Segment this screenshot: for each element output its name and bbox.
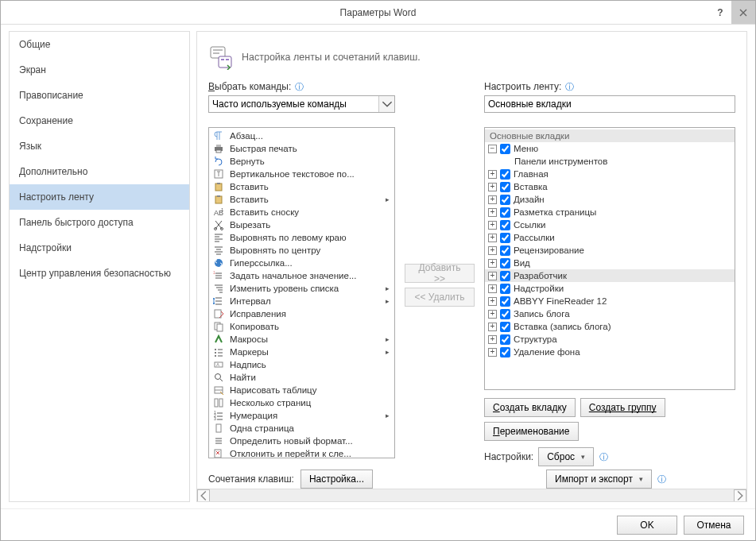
ribbon-tree-node[interactable]: +Надстройки [485, 282, 735, 295]
ribbon-tree-node[interactable]: +Ссылки [485, 218, 735, 231]
ribbon-tab-checkbox[interactable] [500, 220, 510, 230]
sidebar-item-quick-access[interactable]: Панель быстрого доступа [10, 210, 189, 235]
command-item[interactable]: Отклонить и перейти к сле... [209, 447, 394, 458]
hotkeys-customize-button[interactable]: Настройка... [300, 470, 373, 489]
command-item[interactable]: Вырезать [209, 218, 394, 231]
ribbon-tree-node[interactable]: +Панели инструментов [485, 155, 735, 168]
command-item[interactable]: Определить новый формат... [209, 435, 394, 447]
sidebar-item-language[interactable]: Язык [10, 133, 189, 159]
sidebar-item-save[interactable]: Сохранение [10, 108, 189, 133]
ribbon-tree-node[interactable]: +ABBYY FineReader 12 [485, 295, 735, 307]
command-item[interactable]: Интервал▸ [209, 295, 394, 307]
close-button[interactable] [731, 1, 755, 24]
expand-icon[interactable]: + [488, 272, 497, 280]
expand-icon[interactable]: + [488, 246, 497, 255]
ribbon-tree-node[interactable]: +Удаление фона [485, 346, 735, 358]
ribbon-tab-checkbox[interactable] [500, 207, 510, 218]
ribbon-tab-checkbox[interactable] [500, 309, 510, 319]
command-item[interactable]: Вернуть [209, 155, 394, 168]
expand-icon[interactable]: + [488, 259, 497, 268]
command-item[interactable]: Одна страница [209, 422, 394, 435]
info-icon[interactable] [599, 452, 609, 462]
command-item[interactable]: Вертикальное текстовое по... [209, 168, 394, 180]
expand-icon[interactable]: + [488, 323, 497, 331]
ribbon-tree-node[interactable]: +Вставка (запись блога) [485, 320, 735, 333]
command-item[interactable]: Вставить [209, 180, 394, 193]
ribbon-tree-node[interactable]: +Дизайн [485, 193, 735, 206]
command-item[interactable]: Изменить уровень списка▸ [209, 282, 394, 295]
command-item[interactable]: Гиперссылка... [209, 257, 394, 269]
command-item[interactable]: Нарисовать таблицу [209, 384, 394, 396]
ribbon-tree-node[interactable]: +Вид [485, 257, 735, 269]
expand-icon[interactable]: + [488, 221, 497, 230]
ribbon-tab-checkbox[interactable] [500, 322, 510, 332]
new-tab-button[interactable]: Создать вкладку [484, 398, 576, 417]
expand-icon[interactable]: + [488, 170, 497, 179]
ribbon-tab-checkbox[interactable] [500, 334, 510, 345]
ribbon-tab-checkbox[interactable] [500, 169, 510, 180]
command-item[interactable]: AB1Вставить сноску [209, 206, 394, 218]
expand-icon[interactable]: + [488, 195, 497, 204]
ribbon-tab-checkbox[interactable] [500, 144, 510, 154]
sidebar-item-proofing[interactable]: Правописание [10, 83, 189, 108]
ribbon-tab-checkbox[interactable] [500, 284, 510, 294]
sidebar-item-trust-center[interactable]: Центр управления безопасностью [10, 261, 189, 286]
cancel-button[interactable]: Отмена [684, 516, 744, 535]
ribbon-tab-checkbox[interactable] [500, 258, 510, 269]
command-item[interactable]: Вставить▸ [209, 193, 394, 206]
command-item[interactable]: Исправления [209, 307, 394, 320]
ribbon-tree-node[interactable]: +Запись блога [485, 307, 735, 320]
command-item[interactable]: AНадпись [209, 358, 394, 371]
expand-icon[interactable]: + [488, 297, 497, 306]
ribbon-tree-node[interactable]: +Рассылки [485, 231, 735, 244]
ribbon-tree-node[interactable]: +Вставка [485, 180, 735, 193]
collapse-icon[interactable]: − [488, 145, 497, 153]
info-icon[interactable] [657, 474, 667, 485]
choose-commands-value[interactable] [208, 95, 395, 113]
ribbon-tab-checkbox[interactable] [500, 182, 510, 192]
command-item[interactable]: Выровнять по левому краю [209, 231, 394, 244]
expand-icon[interactable]: + [488, 208, 497, 217]
ribbon-tab-checkbox[interactable] [500, 296, 510, 307]
import-export-button[interactable]: Импорт и экспорт [546, 470, 652, 489]
expand-icon[interactable]: + [488, 183, 497, 191]
info-icon[interactable] [294, 82, 304, 92]
ribbon-tree-node[interactable]: +Разработчик [485, 269, 735, 282]
expand-icon[interactable]: + [488, 284, 497, 293]
command-item[interactable]: Маркеры▸ [209, 346, 394, 358]
ribbon-tree-node[interactable]: +Главная [485, 168, 735, 180]
command-item[interactable]: Быстрая печать [209, 142, 394, 155]
command-item[interactable]: Несколько страниц [209, 396, 394, 409]
command-item[interactable]: Копировать [209, 320, 394, 333]
command-item[interactable]: Абзац... [209, 129, 394, 142]
command-item[interactable]: Макросы▸ [209, 333, 394, 346]
ribbon-tab-checkbox[interactable] [500, 245, 510, 256]
command-item[interactable]: 123Нумерация▸ [209, 409, 394, 422]
ribbon-tab-checkbox[interactable] [500, 271, 510, 281]
remove-button[interactable]: << Удалить [405, 288, 475, 307]
sidebar-item-display[interactable]: Экран [10, 57, 189, 83]
ribbon-tab-checkbox[interactable] [500, 195, 510, 205]
sidebar-item-general[interactable]: Общие [10, 32, 189, 57]
ribbon-tree[interactable]: Основные вкладки −Меню+Панели инструмент… [484, 127, 735, 390]
sidebar-item-advanced[interactable]: Дополнительно [10, 159, 189, 184]
ribbon-tree-node[interactable]: +Рецензирование [485, 244, 735, 257]
rename-button[interactable]: Переименование [484, 422, 579, 441]
choose-commands-combo[interactable] [208, 95, 395, 113]
ribbon-tree-node[interactable]: +Структура [485, 333, 735, 346]
command-item[interactable]: 1Задать начальное значение... [209, 269, 394, 282]
ribbon-tree-node[interactable]: +Разметка страницы [485, 206, 735, 218]
ribbon-tree-node[interactable]: −Меню [485, 142, 735, 155]
help-button[interactable]: ? [709, 1, 731, 24]
expand-icon[interactable]: + [488, 335, 497, 344]
info-icon[interactable] [564, 82, 575, 92]
command-item[interactable]: Найти [209, 371, 394, 384]
scroll-right-icon[interactable] [734, 489, 746, 502]
commands-listbox[interactable]: Абзац...Быстрая печатьВернутьВертикально… [208, 127, 395, 458]
expand-icon[interactable]: + [488, 310, 497, 319]
ribbon-tab-checkbox[interactable] [500, 233, 510, 243]
scroll-left-icon[interactable] [197, 489, 210, 502]
sidebar-item-customize-ribbon[interactable]: Настроить ленту [10, 184, 189, 210]
expand-icon[interactable]: + [488, 234, 497, 242]
add-button[interactable]: Добавить >> [405, 264, 475, 283]
